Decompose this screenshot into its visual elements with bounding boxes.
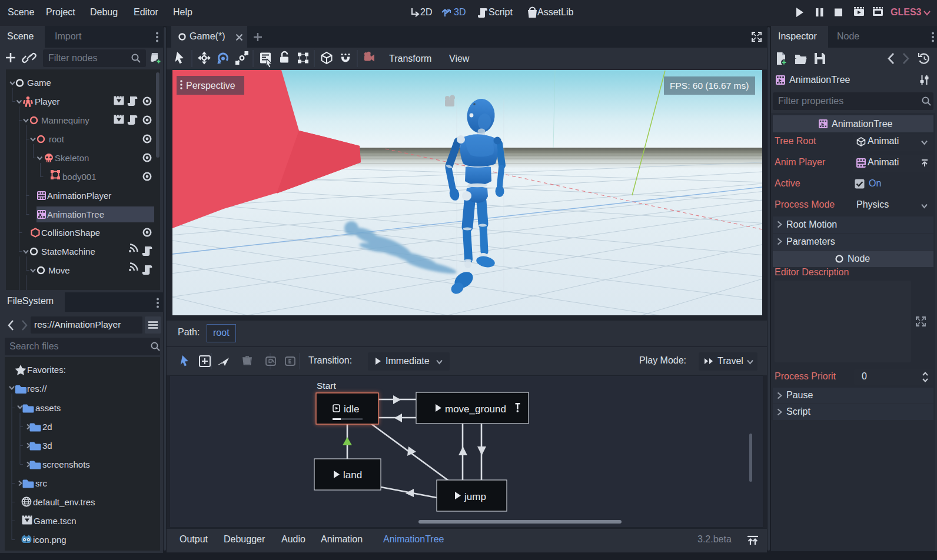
svg-text:FPS: 60 (16.67 ms): FPS: 60 (16.67 ms) (670, 81, 749, 91)
svg-text:Perspective: Perspective (186, 81, 235, 91)
svg-text:move_ground: move_ground (445, 404, 506, 415)
svg-text:land: land (343, 469, 362, 481)
svg-text:idle: idle (344, 404, 359, 415)
svg-text:jump: jump (464, 491, 486, 502)
svg-text:Start: Start (317, 381, 336, 391)
